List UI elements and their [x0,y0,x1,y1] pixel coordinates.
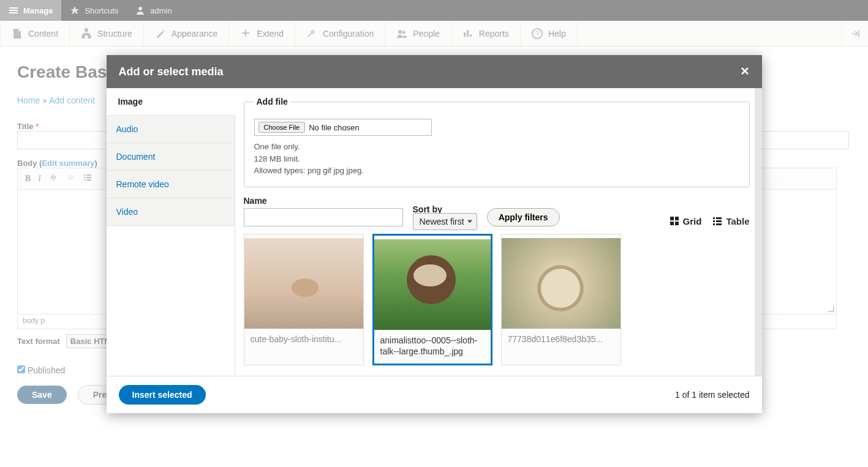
grid-icon [670,216,679,226]
modal-close-button[interactable] [740,65,750,79]
media-card[interactable]: cute-baby-sloth-institu... [244,234,364,366]
media-thumb [374,239,491,330]
file-input-row: Choose File No file chosen [254,119,432,136]
sort-select[interactable]: Newest first [413,213,477,230]
modal-main: Add file Choose File No file chosen One … [235,88,762,376]
file-hint-3: Allowed types: png gif jpg jpeg. [254,165,739,177]
media-caption: cute-baby-sloth-institu... [244,329,363,346]
media-tab-video[interactable]: Video [107,198,235,226]
media-card[interactable]: 77738d011e6f8ed3b35... [501,234,621,366]
modal-sidebar: Image Audio Document Remote video Video [107,88,235,376]
file-hint-1: One file only. [254,141,739,153]
media-tab-remote-video[interactable]: Remote video [107,171,235,198]
file-chosen-label: No file chosen [309,123,359,132]
media-thumb [244,238,363,329]
modal-overlay: Add or select media Image Audio Document… [0,0,868,467]
name-filter-input[interactable] [244,208,403,226]
media-thumb [502,238,621,329]
view-table[interactable]: Table [712,216,749,226]
media-grid: cute-baby-sloth-institu... ✓ animalistto… [244,234,750,366]
media-tab-image[interactable]: Image [107,88,235,116]
modal-header: Add or select media [107,55,762,88]
add-file-fieldset: Add file Choose File No file chosen One … [244,97,750,187]
selection-status: 1 of 1 item selected [675,390,749,400]
name-filter-label: Name [244,196,403,206]
table-icon [712,216,722,226]
close-icon [740,66,750,76]
modal-footer: Insert selected 1 of 1 item selected [107,376,762,413]
media-caption: animalisttoo--0005--sloth-talk--large.th… [374,330,491,359]
modal-title: Add or select media [119,65,224,78]
apply-filters-button[interactable]: Apply filters [487,208,560,226]
media-card[interactable]: ✓ animalisttoo--0005--sloth-talk--large.… [372,234,492,366]
insert-selected-button[interactable]: Insert selected [119,385,206,405]
filter-row: Name Sort by Newest first Apply filters [244,196,750,226]
add-file-legend: Add file [254,97,290,106]
choose-file-button[interactable]: Choose File [259,122,306,133]
media-modal: Add or select media Image Audio Document… [107,55,762,413]
media-caption: 77738d011e6f8ed3b35... [502,329,621,346]
file-hint-2: 128 MB limit. [254,153,739,165]
view-grid[interactable]: Grid [670,216,702,226]
media-tab-audio[interactable]: Audio [107,116,235,143]
media-tab-document[interactable]: Document [107,143,235,171]
